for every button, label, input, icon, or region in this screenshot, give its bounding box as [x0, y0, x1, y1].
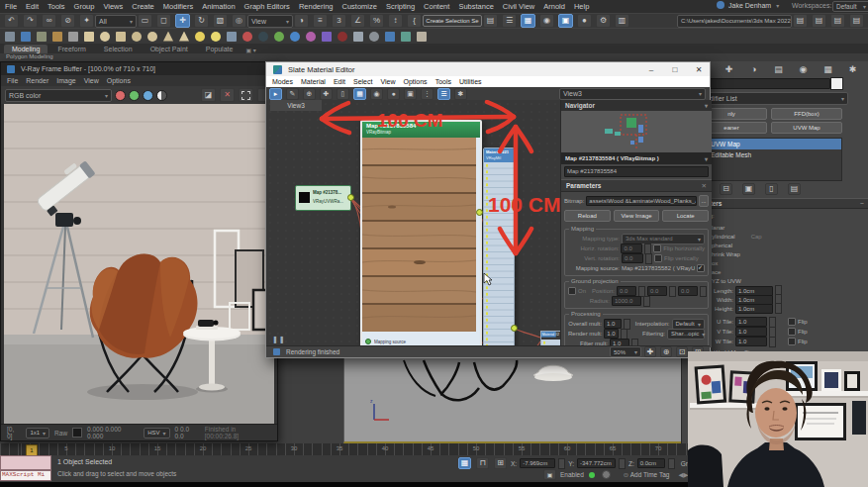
bitmap-path-field[interactable]: assets\Wood &Laminate\Wood_Planks_A_Diff…: [586, 196, 697, 206]
render-setup-icon[interactable]: ⚙: [596, 14, 611, 28]
menu-item[interactable]: Graph Editors: [244, 2, 290, 11]
modifier-list-dropdown[interactable]: Modifier List▾: [696, 92, 848, 105]
rect-select-icon[interactable]: ▭: [138, 14, 152, 28]
ribbon-tab[interactable]: Modeling: [4, 45, 48, 53]
create-tab-icon[interactable]: ✚: [723, 63, 735, 75]
add-time-tag[interactable]: ⊙ Add Time Tag: [624, 471, 670, 479]
show-end-result-icon[interactable]: ⊟: [720, 183, 732, 195]
paint-tool-icon[interactable]: [401, 32, 411, 42]
move-icon[interactable]: ✛: [175, 14, 190, 28]
mute-icon[interactable]: [602, 470, 611, 479]
sme-menu-item[interactable]: Utilities: [459, 78, 482, 85]
select-tool-icon[interactable]: ▸: [269, 88, 282, 100]
save-image-icon[interactable]: ◪: [201, 88, 216, 102]
clear-image-icon[interactable]: ✕: [220, 88, 235, 102]
y-coordinate-field[interactable]: -347.772cm: [577, 458, 616, 468]
alpha-channel-icon[interactable]: [156, 90, 167, 101]
align-icon[interactable]: ≡: [313, 14, 328, 28]
vray-bitmap-node[interactable]: Map #2137835584 VRayBitmap: [360, 120, 482, 347]
curve-editor-icon[interactable]: ◉: [539, 14, 554, 28]
display-ribbon-icon[interactable]: ▦: [521, 14, 535, 28]
layout-vertical-icon[interactable]: ⋮: [421, 88, 434, 100]
workspace-dropdown[interactable]: Default▾: [832, 1, 868, 12]
angle-snap-icon[interactable]: ∠: [350, 14, 365, 28]
vfb-menu-item[interactable]: Image: [56, 77, 75, 84]
vert-rotation-value[interactable]: 0.0: [622, 253, 643, 263]
selection-highlight-icon[interactable]: [21, 32, 31, 42]
x-coordinate-field[interactable]: -7.969cm: [520, 458, 555, 468]
pivot-icon[interactable]: ◎: [232, 14, 246, 28]
menu-item[interactable]: Modifiers: [163, 2, 193, 11]
configure-sets-icon[interactable]: ▤: [788, 183, 801, 195]
menu-item[interactable]: Help: [574, 2, 589, 11]
sme-menu-item[interactable]: Options: [404, 78, 428, 85]
render-frame-icon[interactable]: ▥: [615, 14, 629, 28]
pick-material-icon[interactable]: ✎: [286, 88, 299, 100]
manage-layers-icon[interactable]: ▤: [483, 14, 498, 28]
red-sphere-icon[interactable]: [242, 32, 252, 42]
ribbon-tab[interactable]: Selection: [96, 45, 141, 53]
open-folder-icon[interactable]: ▤: [812, 14, 826, 28]
assign-to-selection-icon[interactable]: ⊕: [303, 88, 316, 100]
spinner[interactable]: [643, 296, 650, 307]
menu-item[interactable]: Views: [103, 2, 123, 11]
node-header[interactable]: Map #2137835584 VRayBitmap: [362, 122, 480, 138]
torus-primitive-icon[interactable]: [132, 32, 142, 42]
tile-value[interactable]: 1.0: [735, 337, 767, 346]
minimize-button[interactable]: –: [640, 62, 662, 76]
maxscript-mini-listener-pink[interactable]: [0, 455, 51, 470]
filtering-dropdown[interactable]: Shar...opic▾: [667, 329, 705, 340]
pyramid-primitive-icon[interactable]: [179, 32, 189, 42]
pivot-tool-icon[interactable]: [52, 32, 62, 42]
cylinder-primitive-icon[interactable]: [116, 32, 126, 42]
menu-item[interactable]: Customize: [341, 2, 376, 11]
navigator-header[interactable]: Navigator▾: [561, 100, 712, 111]
menu-item[interactable]: Substance: [458, 2, 493, 11]
import-folder-icon[interactable]: ▤: [830, 14, 845, 28]
show-grid-icon[interactable]: ▦: [353, 88, 366, 100]
flip-checkbox[interactable]: [788, 318, 796, 326]
menu-item[interactable]: Rendering: [299, 2, 334, 11]
navigator-panel[interactable]: [561, 111, 712, 152]
bitmap-action-button[interactable]: Reload: [564, 210, 611, 222]
ribbon-tab[interactable]: Freeform: [49, 45, 93, 53]
vfb-channel-dropdown[interactable]: RGB color▾: [5, 89, 112, 102]
modify-tab-icon[interactable]: ◑: [747, 63, 760, 75]
user-account[interactable]: Jake Denham ▾: [715, 1, 779, 9]
create-selection-set-button[interactable]: Create Selection Se: [423, 15, 482, 27]
spinner[interactable]: [668, 458, 675, 469]
redo-icon[interactable]: ↷: [23, 14, 38, 28]
flip-checkbox[interactable]: [788, 328, 796, 336]
bind-to-space-warp-icon[interactable]: ✦: [79, 14, 94, 28]
sme-menu-item[interactable]: Material: [301, 78, 326, 85]
parameters-rollout-header[interactable]: Parameters✕: [561, 179, 712, 192]
vfb-menu-item[interactable]: View: [84, 77, 99, 84]
node-header[interactable]: Material #21 VRayMtl: [484, 148, 514, 162]
menu-item[interactable]: Content: [424, 2, 449, 11]
perspective-viewport[interactable]: z: [343, 358, 711, 443]
sme-node-view[interactable]: View3 Map #21378... VRayUVWRa...: [266, 100, 560, 347]
frame-step-icons[interactable]: ◀▶: [678, 471, 688, 479]
node-output-socket[interactable]: [511, 325, 518, 332]
multi-map-icon[interactable]: [306, 32, 316, 42]
show-background-icon[interactable]: ●: [387, 88, 400, 100]
undo-icon[interactable]: ↶: [4, 14, 19, 28]
sphere-primitive-icon[interactable]: [100, 32, 110, 42]
menu-item[interactable]: Scripting: [386, 2, 415, 11]
sme-menu-item[interactable]: Edit: [334, 78, 345, 85]
spinner[interactable]: [621, 329, 627, 340]
map-header[interactable]: Map #2137835584 ( VRayBitmap )▾: [561, 152, 712, 164]
green-channel-icon[interactable]: [129, 90, 140, 101]
material-editor-icon[interactable]: ●: [577, 14, 592, 28]
flip-checkbox[interactable]: [788, 338, 796, 345]
keyboard-override-icon[interactable]: [68, 32, 78, 42]
snap-magnet-icon[interactable]: [37, 32, 47, 42]
scene-script-icon[interactable]: [5, 32, 15, 42]
motion-tab-icon[interactable]: ◉: [797, 63, 810, 75]
show-map-icon[interactable]: ◉: [370, 88, 383, 100]
percent-snap-icon[interactable]: %: [369, 14, 384, 28]
keyboard-toggle-icon[interactable]: ▣: [543, 469, 556, 480]
mapping-source-checkbox[interactable]: [697, 264, 705, 272]
spinner[interactable]: [700, 286, 707, 297]
vfb-hsv-dropdown[interactable]: HSV▾: [144, 428, 169, 438]
